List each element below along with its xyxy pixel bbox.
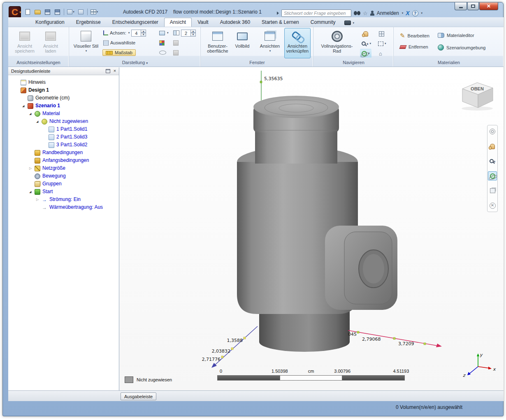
- spin-down-icon[interactable]: [141, 33, 146, 37]
- viewport-count-spinner[interactable]: 2: [181, 30, 196, 37]
- spin-up-icon[interactable]: [191, 30, 196, 33]
- scale-toggle-button[interactable]: Maßstab: [102, 48, 136, 57]
- collapse-search-icon[interactable]: [277, 12, 279, 15]
- tree-item-label[interactable]: Strömung: Ein: [49, 196, 81, 203]
- exchange-apps-icon[interactable]: X: [406, 10, 409, 16]
- tree-item-gruppen[interactable]: Gruppen: [8, 180, 119, 188]
- tree-item-part1-solid1[interactable]: 1 Part1.Solid1: [8, 125, 119, 133]
- edit-material-button[interactable]: Bearbeiten: [400, 33, 429, 39]
- display-mode-button[interactable]: ▾: [159, 29, 169, 37]
- tree-item-waermeuebertragung[interactable]: Wärmeübertragung: Aus: [8, 203, 119, 211]
- close-panel-icon[interactable]: [112, 69, 117, 74]
- open-file-button[interactable]: [33, 8, 42, 16]
- link-views-button[interactable]: Ansichten verknüpfen: [284, 28, 311, 58]
- view-cube[interactable]: OBEN: [457, 76, 496, 112]
- favorites-star-icon[interactable]: ☆: [363, 11, 368, 16]
- remove-material-button[interactable]: Entfernen: [400, 44, 428, 49]
- search-input[interactable]: [281, 9, 351, 17]
- save-view-button[interactable]: Ansicht speichern: [12, 28, 37, 58]
- save-as-button[interactable]: [53, 8, 61, 16]
- axes-spinner[interactable]: 4: [131, 30, 146, 37]
- expand-icon[interactable]: ▷: [36, 197, 42, 202]
- spin-up-icon[interactable]: [141, 30, 146, 33]
- dropdown-arrow-icon[interactable]: ▾: [369, 42, 371, 45]
- save-button[interactable]: [43, 8, 51, 16]
- tab-starten-lernen[interactable]: Starten & Lernen: [256, 18, 305, 27]
- tree-item-label[interactable]: Nicht zugewiesen: [49, 118, 88, 125]
- orbit-button[interactable]: ▾: [360, 49, 371, 58]
- collapse-icon[interactable]: ◢: [36, 119, 42, 124]
- graphics-viewport[interactable]: 5,35635: [119, 67, 504, 390]
- dropdown-arrow-icon[interactable]: ▾: [167, 31, 169, 35]
- material-editor-button[interactable]: Materialeditor: [438, 33, 474, 38]
- tree-item-label[interactable]: Material: [42, 111, 60, 117]
- viewcube-button[interactable]: [377, 29, 386, 38]
- user-interface-button[interactable]: Benutzer- oberfläche: [205, 28, 230, 58]
- tree-item-label[interactable]: Szenario 1: [35, 103, 60, 109]
- media-dropdown-button[interactable]: ▾: [344, 21, 354, 25]
- tree-item-label[interactable]: 1 Part1.Solid1: [56, 126, 87, 132]
- tree-item-label[interactable]: Start: [42, 189, 53, 195]
- appearance-button[interactable]: [159, 39, 165, 47]
- panel-expand-icon[interactable]: [145, 60, 148, 65]
- tree-item-design-1[interactable]: Design 1: [8, 86, 119, 94]
- axes-control[interactable]: Achsen: ▾ 4: [103, 29, 146, 37]
- float-panel-icon[interactable]: [106, 69, 110, 73]
- tree-item-szenario-1[interactable]: ◢Szenario 1: [8, 102, 119, 110]
- fullscreen-button[interactable]: Vollbild: [232, 28, 253, 58]
- dropdown-arrow-icon[interactable]: ▾: [402, 12, 404, 15]
- dropdown-arrow-icon[interactable]: ▾: [421, 12, 423, 15]
- tree-item-material[interactable]: ◢Material: [8, 110, 119, 118]
- navigation-wheel-button[interactable]: Vollnavigations- Rad: [319, 28, 355, 58]
- sign-in-link[interactable]: Anmelden: [377, 10, 399, 16]
- help-icon[interactable]: ?: [412, 10, 418, 16]
- tree-item-label[interactable]: Hinweis: [28, 79, 46, 85]
- valve-model[interactable]: [237, 96, 397, 352]
- fit-view-button[interactable]: [488, 127, 497, 136]
- spin-down-icon[interactable]: [191, 33, 196, 37]
- orbit-tool-button[interactable]: [488, 171, 497, 180]
- load-view-button[interactable]: Ansicht laden: [39, 28, 62, 58]
- tree-item-label[interactable]: Netzgröße: [42, 165, 65, 171]
- collapse-icon[interactable]: ◢: [29, 189, 35, 194]
- table-button[interactable]: ▾: [90, 8, 98, 16]
- maximize-button[interactable]: [467, 2, 479, 10]
- tree-item-label[interactable]: Design 1: [28, 87, 49, 93]
- tree-item-netzgroesse[interactable]: ▷Netzgröße: [8, 164, 119, 172]
- new-file-button[interactable]: [23, 8, 32, 16]
- axes-value[interactable]: 4: [131, 30, 141, 37]
- minimize-button[interactable]: [455, 2, 467, 10]
- dropdown-arrow-icon[interactable]: ▾: [385, 42, 386, 45]
- close-button[interactable]: ✕: [479, 2, 498, 10]
- tree-item-label[interactable]: Bewegung: [42, 173, 66, 179]
- outline-button[interactable]: [159, 48, 166, 57]
- tree-item-start[interactable]: ◢Start: [8, 188, 119, 196]
- pan-tool-button[interactable]: [488, 142, 497, 151]
- tree-item-geometrie[interactable]: Geometrie (cm): [8, 94, 119, 102]
- views-button[interactable]: Ansichten ▾: [258, 28, 282, 58]
- tree-item-label[interactable]: Wärmeübertragung: Aus: [49, 204, 103, 210]
- model-canvas[interactable]: 5,35635: [119, 67, 504, 390]
- expand-icon[interactable]: ▷: [29, 166, 35, 171]
- tree-item-part1-solid2[interactable]: 3 Part1.Solid2: [8, 141, 119, 149]
- tree-item-stroemung[interactable]: ▷Strömung: Ein: [8, 196, 119, 203]
- dropdown-arrow-icon[interactable]: ▾: [128, 31, 130, 35]
- tree-item-label[interactable]: Geometrie (cm): [35, 95, 70, 101]
- center-tool-button[interactable]: [488, 201, 497, 210]
- tree-item-bewegung[interactable]: Bewegung: [8, 172, 119, 180]
- tree-item-label[interactable]: Gruppen: [42, 181, 62, 187]
- tab-vault[interactable]: Vault: [192, 18, 214, 27]
- tree-item-label[interactable]: Randbedingungen: [42, 150, 83, 156]
- tree-item-part1-solid3[interactable]: 2 Part1.Solid3: [8, 133, 119, 141]
- tab-entscheidungscenter[interactable]: Entscheidungscenter: [107, 18, 164, 27]
- zoom-button[interactable]: ±▾: [360, 39, 373, 48]
- tab-autodesk-360[interactable]: Autodesk 360: [214, 18, 256, 27]
- tab-ergebnisse[interactable]: Ergebnisse: [70, 18, 107, 27]
- tree-item-label[interactable]: 3 Part1.Solid2: [56, 142, 87, 148]
- views-tool-button[interactable]: [488, 186, 497, 195]
- collapse-icon[interactable]: ◢: [22, 103, 28, 108]
- output-bar-button[interactable]: Ausgabeleiste: [121, 392, 156, 400]
- tab-community[interactable]: Community: [305, 18, 341, 27]
- group-label[interactable]: Darstellung: [70, 60, 200, 66]
- pan-button[interactable]: [362, 29, 370, 38]
